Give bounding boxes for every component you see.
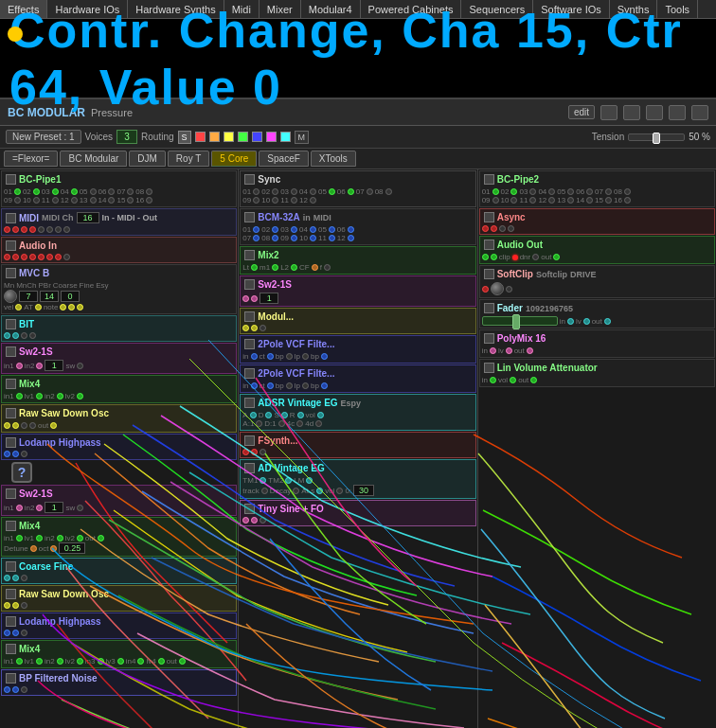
port[interactable] bbox=[260, 449, 266, 455]
port[interactable] bbox=[21, 630, 27, 636]
port[interactable] bbox=[77, 304, 83, 311]
port[interactable] bbox=[510, 197, 517, 204]
voices-input[interactable] bbox=[116, 130, 137, 144]
port[interactable] bbox=[251, 264, 258, 271]
port[interactable] bbox=[38, 254, 45, 260]
tab-djm[interactable]: DJM bbox=[129, 151, 166, 167]
port[interactable] bbox=[329, 226, 335, 233]
port[interactable] bbox=[256, 420, 262, 427]
port[interactable] bbox=[33, 188, 40, 195]
port[interactable] bbox=[260, 325, 266, 331]
port[interactable] bbox=[316, 488, 323, 494]
color-block-red[interactable] bbox=[195, 132, 206, 142]
port[interactable] bbox=[50, 545, 57, 552]
port[interactable] bbox=[29, 226, 36, 233]
port[interactable] bbox=[286, 382, 293, 389]
softclip-knob[interactable] bbox=[491, 282, 504, 295]
port[interactable] bbox=[329, 188, 335, 195]
port[interactable] bbox=[71, 188, 78, 195]
tension-slider[interactable] bbox=[628, 133, 685, 141]
port[interactable] bbox=[63, 226, 70, 233]
mvc-input1[interactable] bbox=[19, 291, 38, 302]
port[interactable] bbox=[12, 422, 19, 429]
port[interactable] bbox=[348, 235, 354, 241]
port[interactable] bbox=[253, 235, 260, 241]
port[interactable] bbox=[179, 658, 186, 665]
port[interactable] bbox=[250, 412, 257, 418]
port[interactable] bbox=[324, 264, 331, 271]
port[interactable] bbox=[14, 197, 21, 204]
port[interactable] bbox=[302, 382, 309, 389]
port[interactable] bbox=[4, 254, 10, 260]
port[interactable] bbox=[291, 235, 297, 241]
port[interactable] bbox=[146, 188, 152, 195]
port[interactable] bbox=[4, 451, 10, 457]
port[interactable] bbox=[310, 188, 316, 195]
port[interactable] bbox=[90, 188, 97, 195]
port[interactable] bbox=[482, 225, 489, 232]
port[interactable] bbox=[12, 226, 19, 233]
port[interactable] bbox=[297, 412, 304, 418]
port[interactable] bbox=[317, 412, 324, 418]
sw2-2-input[interactable] bbox=[45, 502, 63, 513]
tab-5-core[interactable]: 5 Core bbox=[211, 151, 257, 167]
midi-channel-input[interactable] bbox=[77, 212, 99, 223]
port[interactable] bbox=[46, 254, 53, 260]
port[interactable] bbox=[57, 658, 63, 665]
port[interactable] bbox=[12, 686, 19, 693]
port[interactable] bbox=[4, 226, 10, 233]
port[interactable] bbox=[4, 422, 10, 429]
sw2-mid-input[interactable] bbox=[260, 293, 278, 304]
tab-spacef[interactable]: SpaceF bbox=[259, 151, 308, 167]
port[interactable] bbox=[98, 658, 104, 665]
port[interactable] bbox=[302, 353, 309, 360]
mix4-2-input[interactable] bbox=[59, 542, 85, 554]
port[interactable] bbox=[253, 226, 260, 233]
port[interactable] bbox=[12, 254, 19, 260]
tab-flexor[interactable]: =Flexor= bbox=[4, 151, 58, 167]
port[interactable] bbox=[12, 602, 19, 609]
knob[interactable] bbox=[4, 290, 17, 303]
port[interactable] bbox=[68, 304, 75, 311]
port[interactable] bbox=[77, 505, 83, 511]
port[interactable] bbox=[553, 254, 560, 260]
port[interactable] bbox=[251, 517, 258, 524]
port[interactable] bbox=[46, 226, 53, 233]
port[interactable] bbox=[315, 420, 322, 427]
port[interactable] bbox=[251, 295, 258, 302]
port[interactable] bbox=[4, 686, 10, 693]
color-block-cyan[interactable] bbox=[280, 132, 291, 142]
tab-roy-t[interactable]: Roy T bbox=[168, 151, 210, 167]
port[interactable] bbox=[16, 393, 23, 400]
port[interactable] bbox=[16, 658, 23, 665]
port[interactable] bbox=[4, 630, 10, 636]
sw2-input[interactable] bbox=[45, 360, 63, 371]
color-block-yellow[interactable] bbox=[224, 132, 234, 142]
port[interactable] bbox=[12, 332, 19, 339]
port[interactable] bbox=[15, 304, 22, 311]
port[interactable] bbox=[242, 449, 249, 455]
port[interactable] bbox=[21, 226, 27, 233]
port[interactable] bbox=[508, 225, 514, 232]
port[interactable] bbox=[33, 197, 40, 204]
port[interactable] bbox=[261, 488, 268, 494]
port[interactable] bbox=[530, 377, 537, 383]
port[interactable] bbox=[21, 686, 27, 693]
port[interactable] bbox=[267, 353, 274, 360]
port[interactable] bbox=[329, 235, 335, 241]
port[interactable] bbox=[291, 264, 297, 271]
port[interactable] bbox=[30, 545, 37, 552]
port[interactable] bbox=[253, 188, 260, 195]
port[interactable] bbox=[16, 505, 23, 511]
port[interactable] bbox=[21, 602, 27, 609]
port[interactable] bbox=[77, 658, 83, 665]
port[interactable] bbox=[310, 197, 316, 204]
color-block-orange[interactable] bbox=[209, 132, 220, 142]
port[interactable] bbox=[278, 420, 285, 427]
port[interactable] bbox=[624, 188, 631, 195]
port[interactable] bbox=[567, 188, 574, 195]
port[interactable] bbox=[12, 451, 19, 457]
port[interactable] bbox=[36, 658, 43, 665]
port[interactable] bbox=[285, 477, 292, 484]
port[interactable] bbox=[348, 188, 354, 195]
